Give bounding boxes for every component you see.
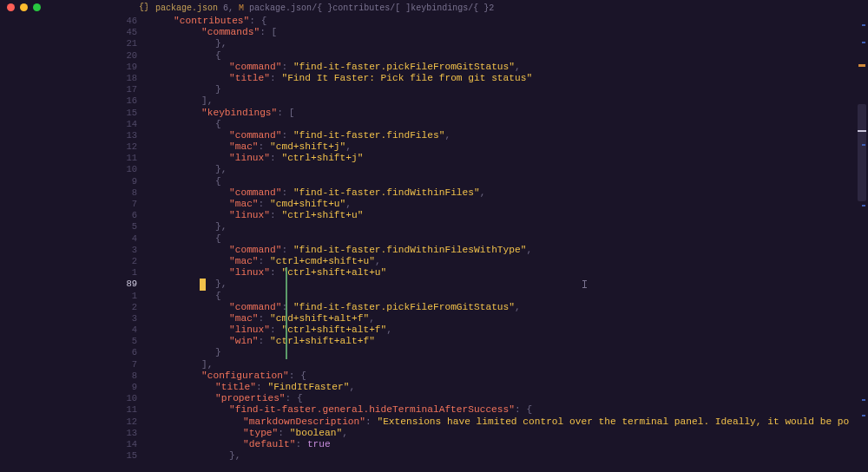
- code-line[interactable]: "mac": "cmd+shift+j",: [146, 141, 856, 153]
- cursor-block: [200, 279, 206, 290]
- token: [: [272, 27, 278, 37]
- code-line[interactable]: "command": "find-it-faster.pickFileFromG…: [146, 62, 856, 73]
- line-number: 7: [118, 199, 137, 210]
- code-line[interactable]: ],: [146, 95, 856, 107]
- minimap-blip: [862, 399, 865, 401]
- code-line[interactable]: "default": true: [146, 439, 856, 450]
- code-editor[interactable]: "contributes": {"commands": [},{"command…: [146, 16, 856, 462]
- code-line[interactable]: "mac": "ctrl+cmd+shift+u",: [146, 256, 856, 267]
- token: "find-it-faster.findWithinFilesWithType": [293, 245, 527, 255]
- line-number-gutter[interactable]: 4645212019181716151413121110987654321891…: [118, 16, 137, 462]
- token: :: [270, 324, 281, 335]
- code-line[interactable]: "properties": {: [146, 393, 856, 404]
- code-line[interactable]: "mac": "cmd+shift+u",: [146, 199, 856, 210]
- token: :: [365, 416, 377, 427]
- minimap-viewport-thumb[interactable]: [858, 104, 866, 201]
- code-line[interactable]: },: [146, 221, 856, 233]
- code-line[interactable]: "contributes": {: [146, 16, 856, 27]
- code-line[interactable]: },: [146, 164, 856, 175]
- svg-text:{}: {}: [139, 3, 148, 11]
- token: },: [215, 221, 227, 232]
- code-line[interactable]: "find-it-faster.general.hideTerminalAfte…: [146, 404, 856, 416]
- code-line[interactable]: "win": "ctrl+shift+alt+f": [146, 336, 856, 347]
- code-line[interactable]: "command": "find-it-faster.findFiles",: [146, 130, 856, 141]
- window-controls: [7, 3, 41, 11]
- token: "command": [229, 62, 281, 72]
- token: :: [515, 404, 526, 415]
- token: },: [215, 38, 227, 49]
- code-line[interactable]: "type": "boolean",: [146, 428, 856, 439]
- line-number: 11: [118, 404, 137, 416]
- token: ],: [201, 95, 213, 106]
- code-line[interactable]: {: [146, 50, 856, 62]
- code-line[interactable]: "mac": "cmd+shift+alt+f",: [146, 313, 856, 324]
- token: :: [259, 199, 270, 209]
- code-line[interactable]: {: [146, 233, 856, 245]
- line-number: 3: [118, 313, 137, 324]
- token: "configuration": [201, 370, 289, 381]
- token: :: [278, 428, 289, 438]
- code-line[interactable]: "linux": "ctrl+shift+u": [146, 210, 856, 221]
- code-line[interactable]: "linux": "ctrl+shift+alt+f",: [146, 324, 856, 336]
- token: "mac": [229, 199, 259, 209]
- line-number: 14: [118, 119, 137, 130]
- code-line[interactable]: }: [146, 347, 856, 358]
- token: "keybindings": [201, 108, 277, 118]
- token: "find-it-faster.findWithinFiles": [293, 187, 480, 198]
- code-line[interactable]: "linux": "ctrl+shift+j": [146, 153, 856, 164]
- line-number: 20: [118, 50, 137, 62]
- token: :: [270, 73, 281, 83]
- code-line[interactable]: {: [146, 119, 856, 130]
- token: "Find It Faster: Pick file from git stat…: [281, 73, 532, 83]
- line-number: 5: [118, 336, 137, 347]
- line-number: 12: [118, 141, 137, 153]
- code-line[interactable]: {: [146, 176, 856, 187]
- code-line[interactable]: "command": "find-it-faster.pickFileFromG…: [146, 302, 856, 313]
- token: "linux": [229, 324, 270, 335]
- close-window-button[interactable]: [7, 3, 15, 11]
- token: :: [281, 62, 293, 72]
- token: "find-it-faster.pickFileFromGitStatus": [293, 62, 515, 72]
- code-line[interactable]: {: [146, 291, 856, 302]
- code-line[interactable]: "command": "find-it-faster.findWithinFil…: [146, 245, 856, 256]
- token: "mac": [229, 313, 259, 324]
- zoom-window-button[interactable]: [33, 3, 41, 11]
- code-line[interactable]: },: [146, 450, 856, 462]
- code-line[interactable]: }: [146, 84, 856, 95]
- line-number: 18: [118, 73, 137, 84]
- breadcrumb[interactable]: {} package.json 6, M package.json/{ }con…: [139, 3, 494, 15]
- token: ,: [480, 187, 486, 198]
- line-number: 2: [118, 256, 137, 267]
- code-line[interactable]: "commands": [: [146, 27, 856, 38]
- token: :: [270, 267, 281, 278]
- code-line[interactable]: "title": "FindItFaster",: [146, 382, 856, 393]
- line-number: 2: [118, 302, 137, 313]
- token: "find-it-faster.findFiles": [293, 130, 445, 141]
- minimap[interactable]: [856, 0, 868, 472]
- token: "properties": [215, 393, 286, 403]
- token: :: [281, 302, 293, 312]
- code-line[interactable]: "title": "Find It Faster: Pick file from…: [146, 73, 856, 84]
- token: },: [215, 164, 227, 174]
- token: :: [259, 256, 270, 266]
- minimize-window-button[interactable]: [20, 3, 28, 11]
- token: "FindItFaster": [267, 382, 349, 392]
- code-line[interactable]: },: [146, 279, 856, 290]
- code-line[interactable]: "configuration": {: [146, 370, 856, 382]
- code-line[interactable]: "markdownDescription": "Extensions have …: [146, 416, 856, 428]
- token: "type": [243, 428, 278, 438]
- line-number: 16: [118, 95, 137, 107]
- code-line[interactable]: "command": "find-it-faster.findWithinFil…: [146, 187, 856, 199]
- code-line[interactable]: ],: [146, 359, 856, 370]
- code-line[interactable]: },: [146, 38, 856, 49]
- line-number: 10: [118, 393, 137, 404]
- code-line[interactable]: "keybindings": [: [146, 108, 856, 119]
- code-line[interactable]: "linux": "ctrl+shift+alt+u": [146, 267, 856, 279]
- line-number: 9: [118, 176, 137, 187]
- token: :: [289, 370, 300, 381]
- token: {: [215, 50, 221, 61]
- token: "mac": [229, 256, 259, 266]
- current-line-highlight: [52, 279, 868, 290]
- token: "ctrl+shift+alt+u": [281, 267, 386, 278]
- token: {: [300, 370, 306, 381]
